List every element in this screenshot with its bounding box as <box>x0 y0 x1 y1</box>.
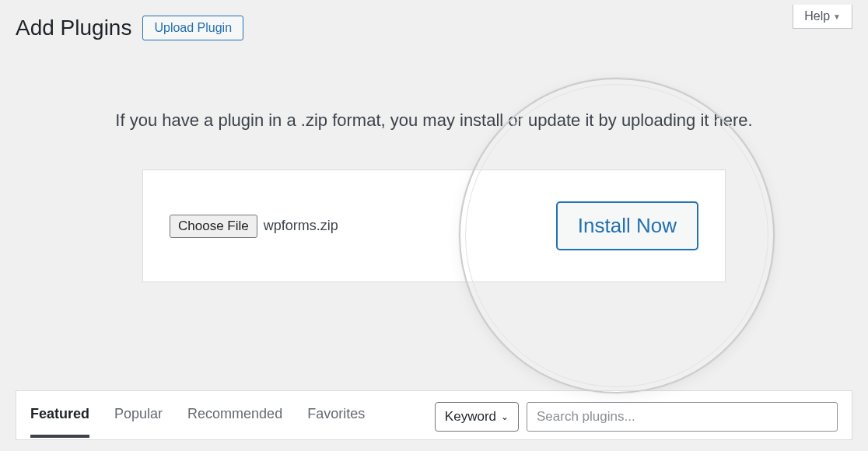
filter-right: Keyword ⌄ <box>435 402 838 432</box>
filter-bar: Featured Popular Recommended Favorites K… <box>16 390 852 440</box>
page-header: Add Plugins Upload Plugin <box>0 0 868 40</box>
search-type-select[interactable]: Keyword ⌄ <box>435 402 519 432</box>
tab-favorites[interactable]: Favorites <box>307 406 365 428</box>
help-label: Help <box>804 9 830 23</box>
help-tab[interactable]: Help ▼ <box>793 5 852 29</box>
tab-popular[interactable]: Popular <box>114 406 163 428</box>
upload-plugin-button[interactable]: Upload Plugin <box>142 16 243 40</box>
tab-featured[interactable]: Featured <box>30 406 89 438</box>
choose-file-button[interactable]: Choose File <box>170 215 257 238</box>
tab-recommended[interactable]: Recommended <box>187 406 282 428</box>
install-now-button[interactable]: Install Now <box>556 201 698 250</box>
search-type-label: Keyword <box>445 409 496 425</box>
page-title: Add Plugins <box>16 16 131 40</box>
file-input-group: Choose File wpforms.zip <box>170 215 338 238</box>
search-input[interactable] <box>527 402 838 432</box>
upload-description: If you have a plugin in a .zip format, y… <box>16 110 852 131</box>
filter-tabs: Featured Popular Recommended Favorites <box>30 406 365 428</box>
upload-form: Choose File wpforms.zip Install Now <box>142 170 726 282</box>
selected-file-name: wpforms.zip <box>264 218 338 234</box>
caret-down-icon: ▼ <box>833 12 841 21</box>
chevron-down-icon: ⌄ <box>501 411 509 422</box>
